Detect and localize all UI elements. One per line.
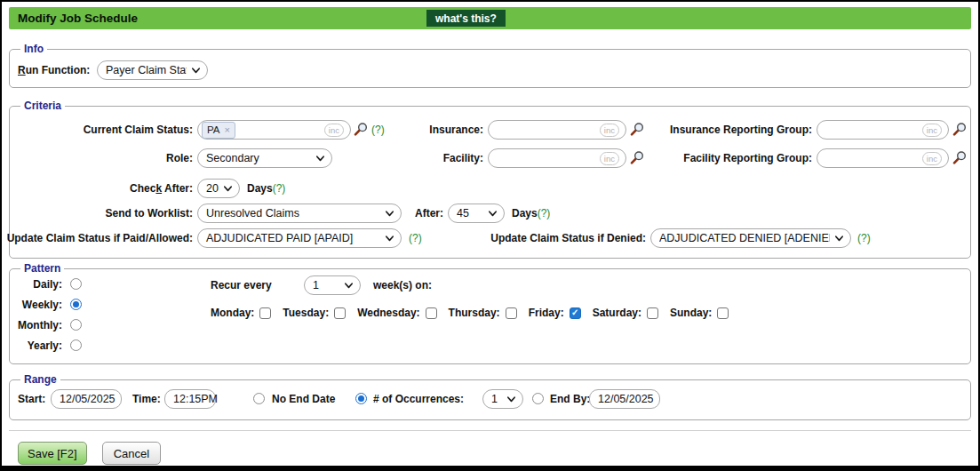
inc-badge: inc bbox=[600, 152, 619, 165]
weekday-saturday: Saturday:✓ bbox=[593, 307, 658, 319]
current-claim-status-input[interactable]: PA × inc bbox=[197, 120, 351, 140]
check-after-select[interactable]: 20 bbox=[197, 179, 240, 198]
insurance-reporting-group-label: Insurance Reporting Group: bbox=[670, 119, 812, 140]
claim-status-help-link[interactable]: (?) bbox=[371, 119, 385, 140]
occurrences-select[interactable]: 1 bbox=[482, 389, 523, 409]
run-function-select[interactable]: Payer Claim Status bbox=[97, 60, 208, 80]
start-label: Start: bbox=[18, 388, 45, 410]
run-function-label: Run Function: bbox=[18, 60, 90, 81]
update-paid-select[interactable]: ADJUDICATED PAID [APAID] bbox=[197, 228, 402, 248]
modify-job-schedule-window: Modify Job Schedule what's this? Info Ru… bbox=[0, 0, 980, 471]
remove-tag-icon[interactable]: × bbox=[225, 125, 230, 135]
cancel-button[interactable]: Cancel bbox=[102, 442, 161, 465]
current-claim-status-label: Current Claim Status: bbox=[84, 119, 193, 140]
weekday-friday: Friday:✓ bbox=[529, 307, 581, 319]
title-bar: Modify Job Schedule what's this? bbox=[9, 7, 971, 29]
occurrences-label: # of Occurrences: bbox=[373, 388, 464, 410]
insurance-reporting-group-input[interactable]: inc bbox=[817, 120, 949, 140]
chevron-down-icon bbox=[315, 154, 325, 164]
occurrences-radio[interactable] bbox=[355, 393, 367, 404]
facility-reporting-group-lookup-icon[interactable] bbox=[952, 150, 968, 166]
worklist-after-days: Days(?) bbox=[512, 203, 550, 224]
time-input[interactable]: 12:15PM bbox=[164, 389, 216, 409]
range-legend: Range bbox=[20, 373, 60, 387]
update-denied-select[interactable]: ADJUDICATED DENIED [ADENIED] bbox=[650, 228, 851, 248]
insurance-input[interactable]: inc bbox=[488, 120, 626, 140]
footer-divider bbox=[9, 430, 971, 431]
criteria-fieldset: Criteria Current Claim Status: PA × inc … bbox=[9, 106, 971, 259]
insurance-label: Insurance: bbox=[429, 119, 483, 140]
chevron-down-icon bbox=[834, 234, 844, 243]
sunday-checkbox[interactable]: ✓ bbox=[717, 307, 729, 319]
friday-checkbox[interactable]: ✓ bbox=[570, 307, 581, 319]
info-fieldset: Info Run Function: Payer Claim Status bbox=[9, 49, 971, 88]
no-end-date-label: No End Date bbox=[272, 388, 335, 410]
save-button[interactable]: Save [F2] bbox=[18, 442, 87, 465]
weekday-sunday: Sunday:✓ bbox=[670, 307, 729, 319]
weeks-on-label: week(s) on: bbox=[373, 275, 432, 296]
chevron-down-icon bbox=[385, 209, 394, 219]
facility-lookup-icon[interactable] bbox=[629, 150, 645, 166]
chevron-down-icon bbox=[488, 209, 498, 219]
criteria-legend: Criteria bbox=[20, 100, 65, 113]
chevron-down-icon bbox=[344, 281, 354, 291]
pattern-legend: Pattern bbox=[20, 262, 64, 275]
worklist-after-help-link[interactable]: (?) bbox=[538, 207, 551, 220]
range-fieldset: Range Start: 12/05/2025 Time: 12:15PM No… bbox=[9, 379, 971, 420]
check-after-label: Check After: bbox=[130, 178, 193, 199]
worklist-after-select[interactable]: 45 bbox=[448, 204, 505, 223]
page-title: Modify Job Schedule bbox=[18, 12, 138, 25]
inc-badge: inc bbox=[600, 124, 619, 137]
worklist-after-label: After: bbox=[415, 203, 443, 224]
recur-every-select[interactable]: 1 bbox=[304, 275, 361, 295]
chevron-down-icon bbox=[506, 395, 516, 404]
insurance-lookup-icon[interactable] bbox=[629, 122, 645, 138]
end-by-radio[interactable] bbox=[532, 393, 544, 404]
send-to-worklist-label: Send to Worklist: bbox=[106, 203, 193, 224]
whats-this-button[interactable]: what's this? bbox=[426, 10, 506, 27]
monday-checkbox[interactable]: ✓ bbox=[259, 307, 271, 319]
claim-status-tag-text: PA bbox=[207, 124, 220, 135]
claim-status-lookup-icon[interactable] bbox=[353, 122, 369, 138]
inc-badge: inc bbox=[922, 152, 942, 165]
weekday-tuesday: Tuesday:✓ bbox=[283, 307, 346, 319]
saturday-checkbox[interactable]: ✓ bbox=[647, 307, 658, 319]
time-label: Time: bbox=[132, 388, 161, 410]
role-select[interactable]: Secondary bbox=[197, 148, 332, 168]
facility-reporting-group-label: Facility Reporting Group: bbox=[683, 148, 812, 169]
update-denied-label: Update Claim Status if Denied: bbox=[490, 228, 646, 249]
send-to-worklist-select[interactable]: Unresolved Claims bbox=[197, 204, 402, 223]
weekday-wednesday: Wednesday:✓ bbox=[357, 307, 436, 319]
weekday-thursday: Thursday:✓ bbox=[449, 307, 517, 319]
weekday-monday: Monday:✓ bbox=[211, 307, 271, 319]
check-after-help-link[interactable]: (?) bbox=[273, 182, 286, 195]
start-date-input[interactable]: 12/05/2025 bbox=[51, 389, 122, 409]
yearly-label: Yearly: bbox=[28, 339, 62, 353]
wednesday-checkbox[interactable]: ✓ bbox=[426, 307, 437, 319]
inc-badge: inc bbox=[922, 124, 942, 137]
insurance-reporting-group-lookup-icon[interactable] bbox=[952, 122, 968, 138]
facility-input[interactable]: inc bbox=[488, 148, 626, 168]
weekday-checkbox-row: Monday:✓ Tuesday:✓ Wednesday:✓ Thursday:… bbox=[211, 302, 740, 323]
end-by-date-input[interactable]: 12/05/2025 bbox=[589, 389, 660, 409]
chevron-down-icon bbox=[223, 184, 233, 194]
no-end-date-radio[interactable] bbox=[253, 393, 265, 404]
role-label: Role: bbox=[166, 148, 193, 169]
update-denied-help-link[interactable]: (?) bbox=[857, 228, 871, 249]
chevron-down-icon bbox=[385, 234, 394, 243]
recur-every-label: Recur every bbox=[211, 275, 272, 296]
update-paid-help-link[interactable]: (?) bbox=[409, 228, 422, 249]
footer-buttons: Save [F2] Cancel bbox=[18, 442, 161, 465]
checkmark-icon: ✓ bbox=[571, 308, 578, 317]
pattern-fieldset: Pattern Daily: Weekly: Monthly: Yearly: … bbox=[9, 268, 971, 364]
info-legend: Info bbox=[20, 43, 47, 56]
tuesday-checkbox[interactable]: ✓ bbox=[334, 307, 346, 319]
yearly-radio[interactable] bbox=[70, 339, 82, 351]
claim-status-tag[interactable]: PA × bbox=[202, 122, 235, 139]
update-paid-label: Update Claim Status if Paid/Allowed: bbox=[7, 228, 193, 249]
thursday-checkbox[interactable]: ✓ bbox=[506, 307, 517, 319]
facility-reporting-group-input[interactable]: inc bbox=[817, 148, 949, 168]
chevron-down-icon bbox=[191, 66, 201, 76]
facility-label: Facility: bbox=[443, 148, 483, 169]
check-after-days: Days(?) bbox=[247, 178, 285, 199]
